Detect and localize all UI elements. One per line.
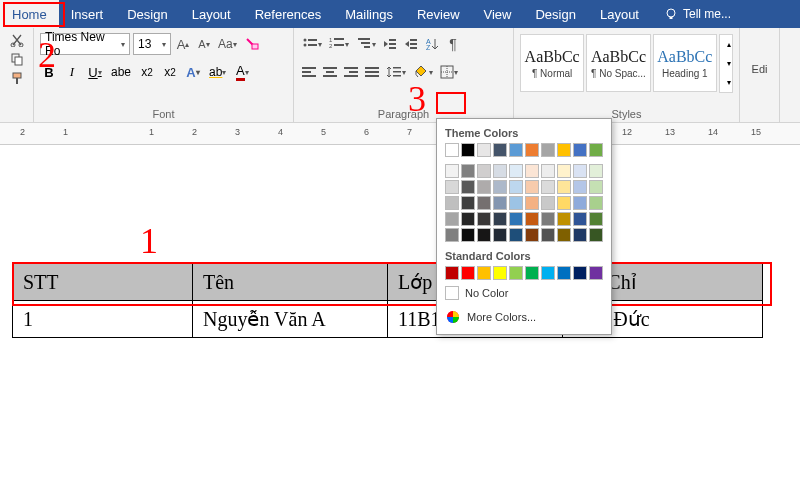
color-swatch[interactable] xyxy=(509,228,523,242)
increase-indent-button[interactable] xyxy=(402,34,420,54)
color-swatch[interactable] xyxy=(509,212,523,226)
grow-font-button[interactable]: A▴ xyxy=(174,34,192,54)
styles-scroll-up-icon[interactable]: ▴ xyxy=(720,35,738,54)
color-swatch[interactable] xyxy=(557,228,571,242)
sort-button[interactable]: AZ xyxy=(423,34,441,54)
line-spacing-button[interactable]: ▾ xyxy=(384,62,408,82)
font-size-combo[interactable]: 13▾ xyxy=(133,33,171,55)
color-swatch[interactable] xyxy=(445,212,459,226)
color-swatch[interactable] xyxy=(541,180,555,194)
more-colors-item[interactable]: More Colors... xyxy=(445,306,603,328)
horizontal-ruler[interactable]: 21123456789101112131415 xyxy=(0,123,800,145)
color-swatch[interactable] xyxy=(525,143,539,157)
color-swatch[interactable] xyxy=(493,266,507,280)
color-swatch[interactable] xyxy=(541,143,555,157)
underline-button[interactable]: U▾ xyxy=(86,62,104,82)
color-swatch[interactable] xyxy=(509,180,523,194)
align-center-button[interactable] xyxy=(321,62,339,82)
color-swatch[interactable] xyxy=(525,180,539,194)
tab-review[interactable]: Review xyxy=(405,0,472,28)
strikethrough-button[interactable]: abe xyxy=(109,62,133,82)
tab-home[interactable]: Home xyxy=(0,0,59,28)
copy-icon[interactable] xyxy=(9,51,25,67)
color-swatch[interactable] xyxy=(493,164,507,178)
color-swatch[interactable] xyxy=(445,164,459,178)
color-swatch[interactable] xyxy=(461,196,475,210)
color-swatch[interactable] xyxy=(573,164,587,178)
tab-mailings[interactable]: Mailings xyxy=(333,0,405,28)
style-nospacing[interactable]: AaBbCc¶ No Spac... xyxy=(586,34,650,92)
color-swatch[interactable] xyxy=(525,266,539,280)
color-swatch[interactable] xyxy=(589,164,603,178)
no-color-item[interactable]: No Color xyxy=(445,282,603,304)
color-swatch[interactable] xyxy=(525,196,539,210)
th-stt[interactable]: STT xyxy=(13,264,193,301)
color-swatch[interactable] xyxy=(493,228,507,242)
color-swatch[interactable] xyxy=(589,212,603,226)
highlight-button[interactable]: ab▾ xyxy=(207,62,228,82)
color-swatch[interactable] xyxy=(461,266,475,280)
color-swatch[interactable] xyxy=(445,266,459,280)
color-swatch[interactable] xyxy=(525,164,539,178)
color-swatch[interactable] xyxy=(509,164,523,178)
color-swatch[interactable] xyxy=(445,196,459,210)
multilevel-list-button[interactable]: ▾ xyxy=(354,34,378,54)
color-swatch[interactable] xyxy=(557,266,571,280)
color-swatch[interactable] xyxy=(573,266,587,280)
table-header-row[interactable]: STT Tên Lớp Địa Chỉ xyxy=(13,264,763,301)
tab-insert[interactable]: Insert xyxy=(59,0,116,28)
tab-tabletools-design[interactable]: Design xyxy=(523,0,587,28)
color-swatch[interactable] xyxy=(557,164,571,178)
show-marks-button[interactable]: ¶ xyxy=(444,34,462,54)
color-swatch[interactable] xyxy=(557,180,571,194)
color-swatch[interactable] xyxy=(525,212,539,226)
document-table[interactable]: STT Tên Lớp Địa Chỉ 1 Nguyễn Văn A 11B1 … xyxy=(12,263,763,338)
color-swatch[interactable] xyxy=(557,212,571,226)
style-normal[interactable]: AaBbCc¶ Normal xyxy=(520,34,584,92)
color-swatch[interactable] xyxy=(509,196,523,210)
color-swatch[interactable] xyxy=(541,164,555,178)
align-right-button[interactable] xyxy=(342,62,360,82)
color-swatch[interactable] xyxy=(573,180,587,194)
numbering-button[interactable]: 12▾ xyxy=(327,34,351,54)
color-swatch[interactable] xyxy=(493,196,507,210)
color-swatch[interactable] xyxy=(461,212,475,226)
color-swatch[interactable] xyxy=(477,164,491,178)
superscript-button[interactable]: x2 xyxy=(161,62,179,82)
color-swatch[interactable] xyxy=(573,143,587,157)
align-left-button[interactable] xyxy=(300,62,318,82)
color-swatch[interactable] xyxy=(461,143,475,157)
document-canvas[interactable]: STT Tên Lớp Địa Chỉ 1 Nguyễn Văn A 11B1 … xyxy=(0,145,800,500)
clear-formatting-button[interactable] xyxy=(242,34,262,54)
font-color-button[interactable]: A▾ xyxy=(233,62,251,82)
color-swatch[interactable] xyxy=(461,228,475,242)
subscript-button[interactable]: x2 xyxy=(138,62,156,82)
color-swatch[interactable] xyxy=(509,266,523,280)
color-swatch[interactable] xyxy=(445,180,459,194)
tab-design[interactable]: Design xyxy=(115,0,179,28)
color-swatch[interactable] xyxy=(509,143,523,157)
tab-view[interactable]: View xyxy=(472,0,524,28)
color-swatch[interactable] xyxy=(477,212,491,226)
font-name-combo[interactable]: Times New Ro▾ xyxy=(40,33,130,55)
shading-button[interactable]: ▾ xyxy=(411,62,435,82)
color-swatch[interactable] xyxy=(477,180,491,194)
color-swatch[interactable] xyxy=(557,196,571,210)
text-effects-button[interactable]: A▾ xyxy=(184,62,202,82)
color-swatch[interactable] xyxy=(541,266,555,280)
color-swatch[interactable] xyxy=(493,180,507,194)
tell-me-search[interactable]: Tell me... xyxy=(655,0,739,28)
cut-icon[interactable] xyxy=(9,32,25,48)
bullets-button[interactable]: ▾ xyxy=(300,34,324,54)
table-row[interactable]: 1 Nguyễn Văn A 11B1 Thủ Đức xyxy=(13,301,763,338)
color-swatch[interactable] xyxy=(541,196,555,210)
tab-tabletools-layout[interactable]: Layout xyxy=(588,0,651,28)
color-swatch[interactable] xyxy=(589,180,603,194)
color-swatch[interactable] xyxy=(477,196,491,210)
bold-button[interactable]: B xyxy=(40,62,58,82)
color-swatch[interactable] xyxy=(573,212,587,226)
color-swatch[interactable] xyxy=(493,143,507,157)
color-swatch[interactable] xyxy=(589,196,603,210)
color-swatch[interactable] xyxy=(589,143,603,157)
td-stt[interactable]: 1 xyxy=(13,301,193,338)
